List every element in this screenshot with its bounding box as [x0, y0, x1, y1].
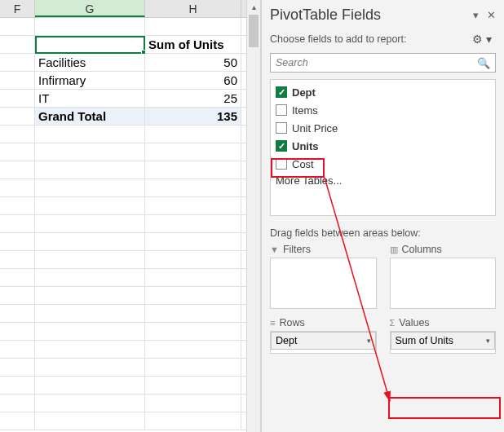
pivot-row-value: 60 [145, 72, 241, 89]
grid-row[interactable]: Row Labels ▾ Sum of Units [0, 36, 246, 54]
pivot-row-label: Facilities [35, 54, 145, 71]
field-item-dept[interactable]: ✓ Dept [271, 83, 495, 101]
checkbox-icon[interactable]: ✓ [276, 86, 287, 98]
panel-subheading: Choose fields to add to report: [270, 33, 406, 45]
pivot-row-value: 50 [145, 54, 241, 71]
search-input[interactable] [276, 57, 477, 68]
grand-total-label: Grand Total [35, 108, 145, 125]
grid-row[interactable]: Infirmary 60 [0, 72, 246, 90]
field-search[interactable]: 🔍 [270, 53, 496, 73]
row-labels-header: Row Labels [38, 37, 106, 51]
grid-row[interactable]: Grand Total 135 [0, 108, 246, 126]
col-header-G[interactable]: G [35, 0, 145, 17]
columns-area[interactable]: ▥Columns [390, 244, 497, 309]
chevron-down-icon[interactable]: ▾ [367, 337, 371, 345]
drop-areas: ▼Filters ▥Columns ≡Rows Dept ▾ ΣValues S… [270, 244, 496, 354]
rows-icon: ≡ [270, 318, 275, 328]
column-headers: F G H [0, 0, 246, 18]
chevron-down-icon[interactable]: ▾ [473, 9, 479, 21]
field-item-items[interactable]: Items [271, 101, 495, 119]
panel-title: PivotTable Fields [270, 7, 381, 24]
rows-area[interactable]: ≡Rows Dept ▾ [270, 317, 377, 354]
more-tables-link[interactable]: More Tables... [271, 173, 495, 188]
vertical-scrollbar[interactable]: ▴ [246, 0, 261, 432]
field-item-cost[interactable]: Cost [271, 155, 495, 173]
sheet-body: Row Labels ▾ Sum of Units Facilities 50 … [0, 18, 246, 430]
checkbox-icon[interactable] [276, 158, 287, 170]
field-item-units[interactable]: ✓ Units [271, 137, 495, 155]
rows-chip-dept[interactable]: Dept ▾ [271, 332, 376, 350]
grand-total-value: 135 [145, 108, 241, 125]
field-list: ✓ Dept Items Unit Price ✓ Units Cost Mor… [270, 79, 496, 216]
pivot-row-value: 25 [145, 90, 241, 107]
spreadsheet-area: F G H Row Labels ▾ Sum of Units Faciliti… [0, 0, 246, 432]
search-icon: 🔍 [477, 57, 490, 69]
col-header-F[interactable]: F [0, 0, 35, 17]
close-icon[interactable]: ✕ [487, 9, 496, 21]
sigma-icon: Σ [390, 318, 396, 328]
filters-area[interactable]: ▼Filters [270, 244, 377, 309]
pivot-row-label: Infirmary [35, 72, 145, 89]
checkbox-icon[interactable] [276, 104, 287, 116]
pivottable-fields-panel: PivotTable Fields ▾ ✕ Choose fields to a… [261, 0, 504, 432]
chevron-down-icon[interactable]: ▾ [486, 337, 490, 345]
col-header-H[interactable]: H [145, 0, 241, 17]
row-labels-dropdown[interactable]: ▾ [130, 37, 143, 51]
columns-icon: ▥ [390, 245, 398, 255]
filter-icon: ▼ [270, 245, 279, 254]
grid-row[interactable]: Facilities 50 [0, 54, 246, 72]
values-chip-sum-of-units[interactable]: Sum of Units ▾ [391, 332, 496, 350]
field-item-unit-price[interactable]: Unit Price [271, 119, 495, 137]
checkbox-icon[interactable] [276, 122, 287, 134]
grid-row[interactable]: IT 25 [0, 90, 246, 108]
scroll-thumb[interactable] [249, 15, 259, 47]
values-area[interactable]: ΣValues Sum of Units ▾ [390, 317, 497, 354]
sum-header: Sum of Units [145, 36, 241, 53]
grid-row[interactable] [0, 18, 246, 36]
checkbox-icon[interactable]: ✓ [276, 140, 287, 152]
gear-icon[interactable]: ⚙ ▾ [468, 30, 496, 48]
drag-instructions: Drag fields between areas below: [270, 227, 496, 239]
pivot-row-label: IT [35, 90, 145, 107]
scroll-up-icon[interactable]: ▴ [247, 0, 260, 15]
